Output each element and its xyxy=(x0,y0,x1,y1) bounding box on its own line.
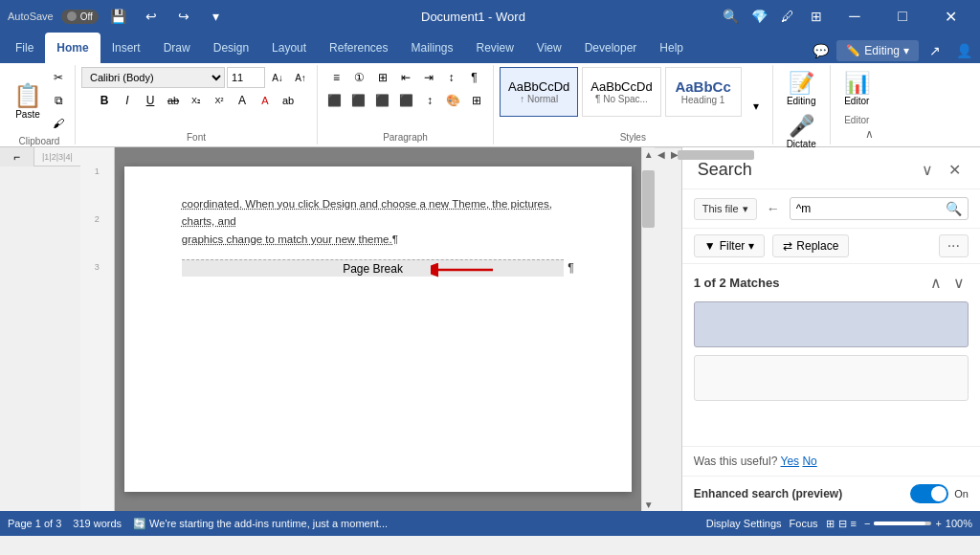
scroll-left-btn[interactable]: ◀ xyxy=(655,148,668,162)
copy-button[interactable]: ⧉ xyxy=(48,90,69,111)
font-name-select[interactable]: Calibri (Body) xyxy=(81,67,225,88)
tab-layout[interactable]: Layout xyxy=(260,33,318,63)
clear-format-button[interactable]: A xyxy=(232,90,253,111)
style-heading1[interactable]: AaBbCc Heading 1 xyxy=(665,67,742,117)
vertical-scrollbar[interactable]: ▲ ▼ xyxy=(641,147,655,511)
outline-btn[interactable]: ≡ xyxy=(851,518,857,529)
line-spacing-button[interactable]: ↕ xyxy=(419,90,440,111)
collapse-button[interactable]: ∧ xyxy=(861,125,878,143)
underline-button[interactable]: U xyxy=(140,90,161,111)
multilevel-button[interactable]: ⊞ xyxy=(372,67,393,88)
tab-file[interactable]: File xyxy=(4,33,45,63)
scroll-down-btn[interactable]: ▼ xyxy=(642,498,655,511)
justify-button[interactable]: ⬛ xyxy=(395,90,417,111)
tab-review[interactable]: Review xyxy=(465,33,525,63)
italic-button[interactable]: I xyxy=(117,90,138,111)
save-button[interactable]: 💾 xyxy=(106,4,131,29)
comment-button[interactable]: 💬 xyxy=(808,38,833,63)
no-link[interactable]: No xyxy=(802,455,816,468)
tab-insert[interactable]: Insert xyxy=(100,33,152,63)
bullets-button[interactable]: ≡ xyxy=(326,67,347,88)
editing-button[interactable]: ✏️ Editing ▾ xyxy=(836,40,919,61)
horizontal-scrollbar[interactable]: ◀ ▶ xyxy=(655,147,681,161)
redo-button[interactable]: ↪ xyxy=(171,4,196,29)
tab-draw[interactable]: Draw xyxy=(152,33,202,63)
highlight-button[interactable]: ab xyxy=(278,90,299,111)
scope-selector[interactable]: This file ▾ xyxy=(694,198,757,220)
gem-button[interactable]: 💎 xyxy=(746,4,771,29)
align-center-button[interactable]: ⬛ xyxy=(347,90,369,111)
focus-btn[interactable]: Focus xyxy=(790,518,818,529)
align-left-button[interactable]: ⬛ xyxy=(323,90,345,111)
tab-references[interactable]: References xyxy=(318,33,399,63)
toggle-track[interactable] xyxy=(910,484,948,503)
ruler-corner[interactable]: ⌐ xyxy=(0,147,34,166)
match-item-2[interactable] xyxy=(694,355,969,401)
align-right-button[interactable]: ⬛ xyxy=(371,90,393,111)
search-go-btn[interactable]: 🔍 xyxy=(946,201,962,216)
scroll-thumb[interactable] xyxy=(642,170,655,228)
close-button[interactable]: ✕ xyxy=(928,0,972,33)
autosave-toggle[interactable]: Off xyxy=(61,10,99,24)
tab-mailings[interactable]: Mailings xyxy=(399,33,464,63)
search-input[interactable] xyxy=(796,202,946,215)
scroll-track[interactable] xyxy=(642,161,655,498)
minimize-button[interactable]: ─ xyxy=(833,0,877,33)
font-color-button[interactable]: A xyxy=(255,90,276,111)
web-layout-btn[interactable]: ⊟ xyxy=(838,518,847,530)
editor-btn[interactable]: 📊 Editor xyxy=(836,67,878,110)
print-layout-btn[interactable]: ⊞ xyxy=(826,518,835,530)
increase-indent-button[interactable]: ⇥ xyxy=(418,67,439,88)
decrease-font-btn[interactable]: A↓ xyxy=(267,67,288,88)
editing-voice-btn[interactable]: 📝 Editing xyxy=(779,67,824,110)
prev-match-btn[interactable]: ∧ xyxy=(926,272,946,294)
zoom-in-btn[interactable]: + xyxy=(935,518,941,529)
close-search-btn[interactable]: ✕ xyxy=(945,159,965,181)
restore-button[interactable]: □ xyxy=(880,0,924,33)
numbering-button[interactable]: ① xyxy=(349,67,370,88)
zoom-slider[interactable] xyxy=(874,522,931,525)
bold-button[interactable]: B xyxy=(94,90,115,111)
scroll-h-thumb[interactable] xyxy=(678,150,754,160)
styles-scroll-down[interactable]: ▾ xyxy=(746,96,767,117)
decrease-indent-button[interactable]: ⇤ xyxy=(395,67,416,88)
layout-button[interactable]: ⊞ xyxy=(804,4,829,29)
collapse-search-btn[interactable]: ∨ xyxy=(918,159,937,181)
format-painter-button[interactable]: 🖌 xyxy=(48,113,69,134)
paste-button[interactable]: 📋 Paste xyxy=(10,78,46,123)
search-button[interactable]: 🔍 xyxy=(718,4,743,29)
style-normal[interactable]: AaBbCcDd ↑ Normal xyxy=(500,67,578,117)
replace-button[interactable]: ⇄ Replace xyxy=(772,234,849,257)
more-button[interactable]: ··· xyxy=(939,234,969,257)
style-no-spacing[interactable]: AaBbCcDd ¶ No Spac... xyxy=(582,67,660,117)
enhanced-toggle[interactable]: On xyxy=(910,484,969,503)
yes-link[interactable]: Yes xyxy=(781,455,800,468)
customize-button[interactable]: ▾ xyxy=(204,4,229,29)
next-match-btn[interactable]: ∨ xyxy=(949,272,969,294)
tab-view[interactable]: View xyxy=(525,33,573,63)
show-hide-button[interactable]: ¶ xyxy=(464,67,485,88)
match-item-1[interactable] xyxy=(694,301,969,347)
zoom-out-btn[interactable]: − xyxy=(864,518,870,529)
scroll-up-btn[interactable]: ▲ xyxy=(642,147,655,161)
profile-button[interactable]: 👤 xyxy=(951,38,976,63)
font-size-input[interactable] xyxy=(227,67,265,88)
shading-button[interactable]: 🎨 xyxy=(442,90,464,111)
tab-help[interactable]: Help xyxy=(648,33,695,63)
tab-home[interactable]: Home xyxy=(45,33,100,63)
share-button[interactable]: ↗ xyxy=(923,38,947,63)
filter-button[interactable]: ▼ Filter ▾ xyxy=(694,234,766,257)
undo-button[interactable]: ↩ xyxy=(139,4,164,29)
strikethrough-button[interactable]: ab xyxy=(163,90,184,111)
subscript-button[interactable]: X₂ xyxy=(186,90,207,111)
borders-button[interactable]: ⊞ xyxy=(466,90,487,111)
increase-font-btn[interactable]: A↑ xyxy=(290,67,311,88)
cut-button[interactable]: ✂ xyxy=(48,67,69,88)
sort-button[interactable]: ↕ xyxy=(441,67,462,88)
tab-developer[interactable]: Developer xyxy=(573,33,649,63)
back-arrow-btn[interactable]: ← xyxy=(763,197,784,220)
tab-design[interactable]: Design xyxy=(202,33,260,63)
display-settings-btn[interactable]: Display Settings xyxy=(706,518,782,529)
superscript-button[interactable]: X² xyxy=(209,90,230,111)
pen-button[interactable]: 🖊 xyxy=(775,4,800,29)
